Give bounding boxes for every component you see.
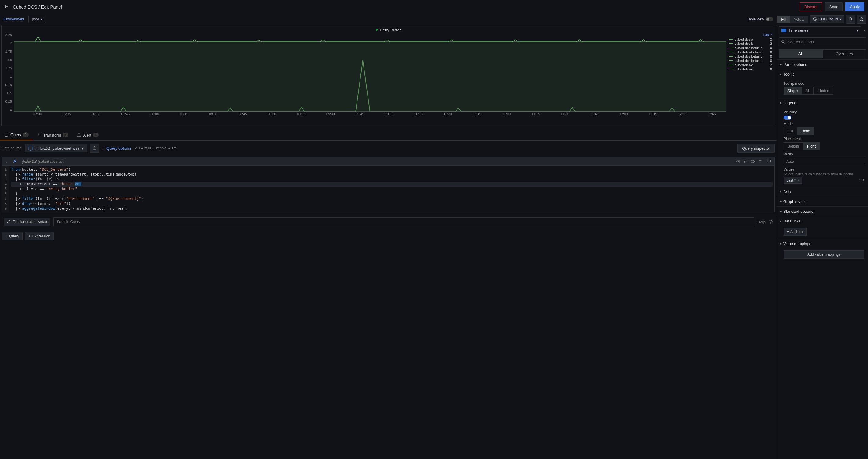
environment-label: Environment bbox=[2, 16, 26, 23]
add-value-mappings-button[interactable]: Add value mappings bbox=[783, 250, 864, 259]
table-view-toggle[interactable]: Table view bbox=[744, 16, 776, 23]
help-link[interactable]: Help bbox=[757, 220, 766, 224]
chevron-right-icon[interactable]: › bbox=[102, 146, 103, 151]
close-icon[interactable]: × bbox=[798, 178, 800, 183]
environment-select[interactable]: prod ▾ bbox=[28, 15, 46, 23]
plus-icon: + bbox=[5, 234, 7, 238]
toggle-visibility-icon[interactable] bbox=[751, 159, 755, 164]
back-button[interactable] bbox=[4, 4, 9, 9]
svg-rect-5 bbox=[745, 161, 747, 163]
tab-all[interactable]: All bbox=[779, 50, 823, 58]
tooltip-mode-radio[interactable]: Single All Hidden bbox=[783, 87, 864, 95]
zoom-out-button[interactable] bbox=[846, 14, 855, 24]
tab-alert[interactable]: Alert 1 bbox=[72, 130, 103, 140]
legend-value-chip[interactable]: Last * × bbox=[783, 177, 802, 184]
delete-query-icon[interactable] bbox=[758, 159, 762, 164]
legend-width-label: Width bbox=[783, 152, 864, 156]
chart-panel: ♥ Retry Buffer 2.2521.751.51.2510.750.50… bbox=[1, 25, 775, 126]
legend-row[interactable]: cubed-dcs-b2 bbox=[729, 41, 772, 46]
chevron-right-icon[interactable]: › bbox=[863, 28, 866, 33]
save-button[interactable]: Save bbox=[825, 2, 843, 11]
duplicate-query-icon[interactable] bbox=[743, 159, 747, 164]
discard-button[interactable]: Discard bbox=[800, 2, 822, 11]
tooltip-all[interactable]: All bbox=[802, 87, 813, 95]
legend-row[interactable]: cubed-dcs-betus-a0 bbox=[729, 46, 772, 50]
actual-option[interactable]: Actual bbox=[790, 15, 808, 23]
add-expression-button[interactable]: + Expression bbox=[25, 232, 54, 240]
legend-row[interactable]: cubed-dcs-c2 bbox=[729, 63, 772, 67]
plus-icon: + bbox=[787, 230, 789, 234]
drag-handle-icon[interactable]: ⋮⋮ bbox=[765, 159, 772, 164]
chevron-down-icon: ▾ bbox=[41, 17, 43, 21]
datasource-label: Data source bbox=[2, 146, 22, 150]
legend-row[interactable]: cubed-dcs-d0 bbox=[729, 67, 772, 71]
info-icon[interactable] bbox=[769, 220, 773, 224]
time-range-picker[interactable]: Last 6 hours ▾ bbox=[810, 15, 844, 23]
add-link-button[interactable]: + Add link bbox=[783, 228, 807, 236]
query-ref-id[interactable]: A bbox=[12, 159, 18, 164]
apply-button[interactable]: Apply bbox=[845, 2, 864, 11]
svg-point-6 bbox=[752, 161, 753, 162]
code-editor[interactable]: 123456789 from(bucket: "DCS_Servers") |>… bbox=[2, 166, 774, 212]
legend-width-input[interactable] bbox=[783, 158, 864, 165]
refresh-button[interactable] bbox=[857, 14, 866, 24]
chevron-down-icon: ▾ bbox=[82, 146, 84, 151]
fill-actual-segment[interactable]: Fill Actual bbox=[777, 15, 808, 23]
svg-point-8 bbox=[782, 40, 784, 43]
section-data-links[interactable]: ▾Data links bbox=[777, 217, 868, 226]
query-options-link[interactable]: Query options bbox=[106, 146, 131, 151]
legend-mode-radio[interactable]: List Table bbox=[783, 127, 864, 135]
section-panel-options[interactable]: ▾Panel options bbox=[777, 60, 868, 69]
chevron-down-icon[interactable]: ▾ bbox=[863, 178, 864, 182]
heart-icon: ♥ bbox=[376, 28, 378, 32]
legend-row[interactable]: cubed-dcs-a2 bbox=[729, 37, 772, 41]
influxdb-icon bbox=[28, 146, 33, 151]
legend-placement-radio[interactable]: Bottom Right bbox=[783, 142, 864, 150]
section-axis[interactable]: ▾Axis bbox=[777, 187, 868, 197]
search-options-input[interactable] bbox=[779, 37, 866, 46]
close-icon[interactable]: × bbox=[859, 178, 861, 182]
tab-query[interactable]: Query 1 bbox=[0, 130, 33, 140]
y-axis: 2.2521.751.51.2510.750.50.250 bbox=[5, 33, 14, 111]
section-graph-styles[interactable]: ▾Graph styles bbox=[777, 197, 868, 206]
legend-mode-list[interactable]: List bbox=[783, 127, 797, 135]
legend-mode-table[interactable]: Table bbox=[797, 127, 814, 135]
legend-sort[interactable]: Last * bbox=[729, 33, 772, 37]
tab-overrides[interactable]: Overrides bbox=[823, 50, 866, 58]
fill-option[interactable]: Fill bbox=[777, 15, 790, 23]
transform-count-badge: 0 bbox=[63, 133, 68, 137]
datasource-select[interactable]: InfluxDB (cubed-metrics) ▾ bbox=[25, 144, 87, 153]
query-interval: Interval = 1m bbox=[155, 146, 177, 150]
legend-row[interactable]: cubed-dcs-betus-c0 bbox=[729, 54, 772, 59]
tooltip-single[interactable]: Single bbox=[783, 87, 802, 95]
tooltip-hidden[interactable]: Hidden bbox=[814, 87, 833, 95]
section-standard-options[interactable]: ▾Standard options bbox=[777, 207, 868, 216]
sample-query-bar[interactable]: Sample Query bbox=[53, 217, 754, 226]
tab-transform[interactable]: Transform 0 bbox=[33, 130, 73, 140]
legend-values-label: Values bbox=[783, 167, 864, 172]
legend-placement-label: Placement bbox=[783, 137, 864, 141]
collapse-query-icon[interactable]: ⌄ bbox=[5, 159, 8, 164]
section-legend[interactable]: ▾Legend bbox=[777, 98, 868, 107]
plot-area[interactable]: 07:0007:1507:3007:4508:0008:1508:3008:45… bbox=[14, 33, 726, 125]
query-inspector-button[interactable]: Query inspector bbox=[738, 144, 775, 153]
query-help-icon[interactable] bbox=[736, 159, 740, 164]
section-tooltip[interactable]: ▾Tooltip bbox=[777, 69, 868, 79]
legend-row[interactable]: cubed-dcs-betus-b0 bbox=[729, 50, 772, 54]
flux-syntax-link[interactable]: Flux language syntax bbox=[4, 218, 50, 226]
legend-placement-right[interactable]: Right bbox=[803, 142, 819, 150]
legend-placement-bottom[interactable]: Bottom bbox=[783, 142, 803, 150]
panel-title: ♥ Retry Buffer bbox=[5, 28, 772, 33]
datasource-help-button[interactable] bbox=[90, 143, 99, 153]
add-query-button[interactable]: + Query bbox=[2, 232, 23, 240]
timeseries-icon bbox=[781, 29, 786, 32]
legend-visibility-label: Visibility bbox=[783, 110, 864, 114]
bottom-tabs: Query 1 Transform 0 Alert 1 bbox=[0, 130, 776, 140]
query-md: MD = 2500 bbox=[134, 146, 152, 150]
legend-visibility-toggle[interactable] bbox=[783, 116, 792, 120]
query-datasource-hint: (InfluxDB (cubed-metrics)) bbox=[22, 159, 64, 164]
legend-values-desc: Select values or calculations to show in… bbox=[783, 172, 864, 176]
section-value-mappings[interactable]: ▾Value mappings bbox=[777, 239, 868, 249]
legend-row[interactable]: cubed-dcs-betus-d0 bbox=[729, 59, 772, 63]
visualization-type-select[interactable]: Time series ▾ bbox=[779, 26, 861, 34]
